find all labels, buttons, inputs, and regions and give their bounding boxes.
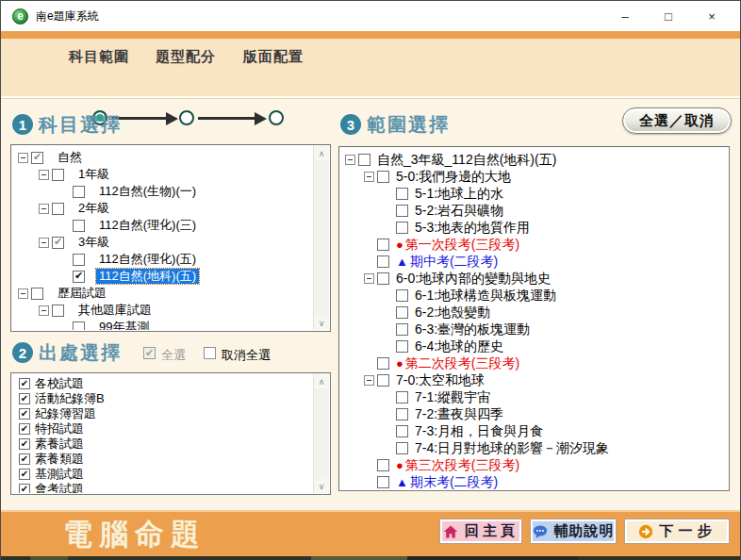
expand-toggle-icon[interactable]	[345, 155, 355, 165]
tree-item-label[interactable]: ●第三次段考(三段考)	[393, 457, 522, 472]
checkbox[interactable]	[396, 340, 408, 353]
scroll-down-icon[interactable]	[314, 316, 329, 330]
help-button[interactable]: 輔助說明	[530, 519, 617, 544]
select-all-toggle-button[interactable]: 全選／取消	[622, 107, 732, 134]
minimize-button[interactable]: –	[616, 9, 634, 24]
checkbox[interactable]	[19, 393, 30, 404]
checkbox[interactable]	[73, 220, 85, 232]
checkbox[interactable]	[396, 425, 408, 437]
checkbox[interactable]	[73, 254, 85, 266]
checkbox[interactable]	[73, 321, 85, 331]
tree-item-label[interactable]: 112自然(理化)(五)	[96, 252, 199, 267]
checkbox[interactable]	[19, 453, 30, 465]
source-list-scrollbar[interactable]	[313, 374, 329, 493]
checkbox[interactable]	[377, 476, 389, 488]
tree-item-label[interactable]: 3年級	[75, 235, 112, 250]
checkbox[interactable]	[377, 255, 389, 268]
expand-toggle-icon[interactable]	[364, 375, 374, 386]
subject-tree-scrollbar[interactable]	[313, 146, 329, 330]
checkbox[interactable]	[19, 484, 30, 493]
checkbox[interactable]	[396, 442, 408, 454]
tree-item-label[interactable]: 112自然(理化)(三)	[96, 218, 199, 233]
checkbox[interactable]	[31, 152, 43, 164]
tree-item-label[interactable]: 6-1:地球構造與板塊運動	[412, 288, 559, 303]
checkbox[interactable]	[19, 408, 30, 420]
checkbox[interactable]	[396, 222, 408, 234]
tree-item-label[interactable]: 6-0:地球內部的變動與地史	[393, 271, 553, 286]
checkbox[interactable]	[52, 203, 64, 215]
tree-item-label[interactable]: 99年基測	[96, 320, 152, 330]
tree-item-label[interactable]: 其他題庫試題	[75, 303, 155, 318]
checkbox[interactable]	[377, 374, 389, 387]
checkbox[interactable]	[19, 378, 30, 389]
tree-item-label[interactable]: 112自然(生物)(一)	[96, 184, 199, 199]
checkbox[interactable]	[358, 154, 370, 166]
checkbox[interactable]	[396, 408, 408, 420]
tree-item-label[interactable]: 7-4:日月對地球的影響－潮汐現象	[412, 440, 612, 455]
scroll-up-icon[interactable]	[314, 374, 329, 388]
checkbox[interactable]	[396, 205, 408, 217]
tree-item-label[interactable]: 5-2:岩石與礦物	[412, 203, 506, 218]
checkbox[interactable]	[377, 239, 389, 251]
next-step-button[interactable]: 下一步	[624, 519, 730, 544]
tree-item-label[interactable]: 2年級	[75, 201, 112, 216]
tree-item-label[interactable]: ▲期中考(二段考)	[393, 254, 501, 269]
tree-item-label[interactable]: 5-1:地球上的水	[412, 186, 506, 201]
tree-item-label[interactable]: 自然_3年級_112自然(地科)(五)	[374, 152, 559, 167]
tree-item-label[interactable]: 自然	[55, 150, 85, 165]
tree-item-label[interactable]: 5-3:地表的地質作用	[412, 220, 533, 235]
tree-item-label[interactable]: ●第二次段考(三段考)	[393, 355, 522, 371]
tree-item-label[interactable]: 6-4:地球的歷史	[412, 338, 506, 354]
deselect-all-label[interactable]: 取消全選	[222, 347, 271, 364]
checkbox[interactable]	[377, 171, 389, 183]
tree-item-label[interactable]: 7-2:晝夜與四季	[412, 406, 506, 421]
tree-item-label[interactable]: 歷屆試題	[55, 286, 109, 301]
tree-item-label[interactable]: ●第一次段考(三段考)	[393, 237, 522, 252]
checkbox[interactable]	[377, 357, 389, 370]
expand-toggle-icon[interactable]	[39, 238, 49, 248]
checkbox[interactable]	[396, 188, 408, 200]
checkbox[interactable]	[19, 423, 30, 435]
checkbox[interactable]	[19, 469, 30, 480]
checkbox[interactable]	[19, 438, 30, 450]
home-button[interactable]: 回主頁	[439, 519, 522, 544]
checkbox[interactable]	[396, 323, 408, 336]
maximize-button[interactable]: □	[659, 9, 678, 24]
select-all-checkbox[interactable]	[143, 347, 156, 359]
tree-item-label[interactable]: ▲期末考(二段考)	[393, 474, 501, 489]
select-all-label[interactable]: 全選	[161, 347, 186, 364]
checkbox[interactable]	[31, 288, 43, 300]
tree-item-label[interactable]: 1年級	[75, 167, 112, 182]
tree-item-label[interactable]: 6-2:地殼變動	[412, 305, 493, 320]
tree-item-label[interactable]: 7-3:月相，日食與月食	[412, 423, 546, 438]
step-circle-2[interactable]	[179, 110, 194, 125]
expand-toggle-icon[interactable]	[39, 204, 49, 214]
expand-toggle-icon[interactable]	[18, 153, 28, 163]
tree-item-label[interactable]: 112自然(地科)(五)	[96, 269, 199, 284]
tree-item-label[interactable]: 7-1:縱觀宇宙	[412, 389, 493, 404]
expand-toggle-icon[interactable]	[364, 172, 374, 182]
checkbox[interactable]	[73, 271, 85, 283]
expand-toggle-icon[interactable]	[18, 288, 28, 299]
checkbox[interactable]	[396, 306, 408, 319]
checkbox[interactable]	[52, 305, 64, 317]
expand-toggle-icon[interactable]	[364, 273, 374, 284]
checkbox[interactable]	[377, 459, 389, 471]
scroll-down-icon[interactable]	[314, 479, 329, 493]
checkbox[interactable]	[52, 169, 64, 181]
checkbox[interactable]	[52, 237, 64, 249]
expand-toggle-icon[interactable]	[39, 305, 49, 316]
tree-item-label[interactable]: 7-0:太空和地球	[393, 372, 487, 387]
tree-item-label[interactable]: 6-3:臺灣的板塊運動	[412, 321, 533, 337]
step-circle-3[interactable]	[269, 110, 284, 125]
close-button[interactable]: ×	[702, 9, 721, 24]
checkbox[interactable]	[73, 186, 85, 198]
checkbox[interactable]	[396, 289, 408, 302]
expand-toggle-icon[interactable]	[39, 170, 49, 180]
tree-item-label[interactable]: 5-0:我們身邊的大地	[393, 169, 514, 184]
scroll-up-icon[interactable]	[314, 146, 329, 160]
checkbox[interactable]	[396, 391, 408, 404]
deselect-all-checkbox[interactable]	[204, 347, 216, 359]
checkbox[interactable]	[377, 272, 389, 285]
source-item-label[interactable]: 會考試題	[35, 481, 84, 493]
